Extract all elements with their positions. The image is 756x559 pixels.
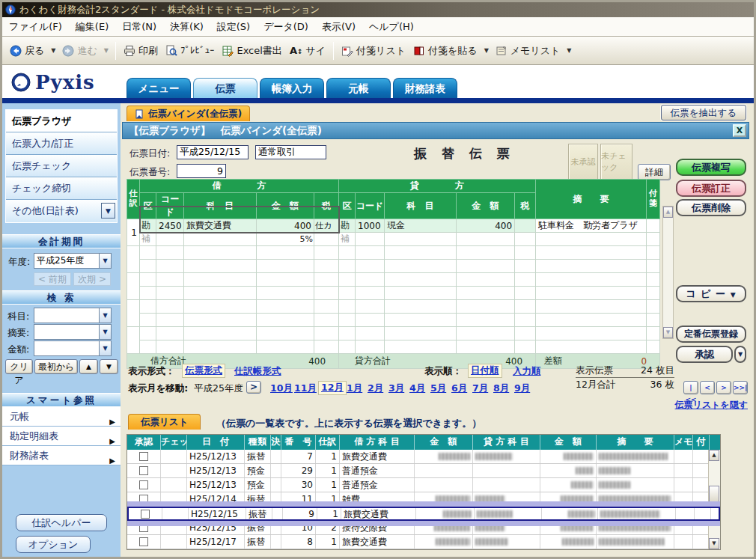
empty-entry-row[interactable] xyxy=(127,287,660,300)
search-summary-dropdown-icon[interactable]: ▼ xyxy=(99,325,111,339)
option-button[interactable]: オプション xyxy=(16,536,91,553)
search-amount-input[interactable]: ▼ xyxy=(34,340,112,356)
slip-list-row-selected[interactable]: H25/12/15 振替 9 1 旅費交通費 xyxy=(127,507,720,521)
next-period-button[interactable]: 次期 > xyxy=(73,272,111,286)
voucher-table-scrollbar[interactable]: ▲ ▼ xyxy=(662,206,674,339)
sidebar-item-denpyo-check[interactable]: 伝票チェック xyxy=(6,155,117,177)
search-subject-input[interactable]: ▼ xyxy=(34,308,112,323)
approve-checkbox[interactable] xyxy=(139,480,148,489)
format-slip-link[interactable]: 伝票形式 xyxy=(182,364,225,378)
excel-export-button[interactable]: Excel書出 xyxy=(218,41,285,61)
hide-list-link[interactable]: 伝票リストを隠す xyxy=(675,399,748,412)
tab-motocho[interactable]: 元帳 xyxy=(326,78,391,98)
entry-row-sub[interactable]: 補 5% 補 xyxy=(127,233,660,246)
empty-entry-row[interactable] xyxy=(127,327,660,340)
empty-entry-row[interactable] xyxy=(127,246,660,260)
next-page-button[interactable]: > xyxy=(716,381,731,394)
tab-menu[interactable]: メニュー xyxy=(126,78,191,98)
menu-settings[interactable]: 設定(S) xyxy=(210,17,257,37)
sidebar-item-other[interactable]: その他(日計表) ▼ xyxy=(6,200,117,222)
sidebar-item-denpyo-input[interactable]: 伝票入力/訂正 xyxy=(6,132,117,155)
month-link-9[interactable]: 9月 xyxy=(514,382,530,395)
tab-denpyo[interactable]: 伝票 xyxy=(193,78,257,98)
month-link-4[interactable]: 4月 xyxy=(409,382,425,395)
slip-list-row[interactable]: H25/12/14 振替 11 1 雑費 xyxy=(127,492,720,507)
regular-slip-button[interactable]: 定番伝票登録 xyxy=(676,326,746,343)
copy-slip-button[interactable]: 伝票複写 xyxy=(676,159,746,176)
slip-list-tab[interactable]: 伝票リスト xyxy=(128,414,201,430)
approve-checkbox[interactable] xyxy=(139,495,148,504)
search-up-button[interactable]: ▲ xyxy=(79,359,98,374)
menu-data[interactable]: データ(D) xyxy=(257,17,315,37)
prev-page-button[interactable]: < xyxy=(700,381,715,394)
fusen-paste-caret[interactable]: ▼ xyxy=(481,47,492,54)
forward-button[interactable]: 進む xyxy=(58,41,100,61)
menu-daily[interactable]: 日常(N) xyxy=(115,17,163,37)
fusen-paste-button[interactable]: 付箋を貼る xyxy=(409,41,481,61)
month-link-1[interactable]: 1月 xyxy=(347,382,362,395)
first-page-button[interactable]: |<< xyxy=(683,381,698,394)
preview-button[interactable]: ﾌﾟﾚﾋﾞｭｰ xyxy=(162,42,219,60)
approve-checkbox[interactable] xyxy=(139,466,148,475)
search-clear-button[interactable]: クリア xyxy=(5,359,33,374)
trade-type-input[interactable] xyxy=(255,145,326,159)
scroll-up-icon[interactable]: ▲ xyxy=(709,450,719,461)
smart-ref-kanjo-meisai[interactable]: 勘定明細表 ▶ xyxy=(2,427,121,446)
back-menu-caret[interactable]: ▼ xyxy=(48,47,58,54)
empty-entry-row[interactable] xyxy=(127,273,660,287)
month-link-3[interactable]: 3月 xyxy=(388,382,404,395)
slip-list-row[interactable]: H25/12/17 振替 8 1 旅費交通費 xyxy=(127,535,720,549)
slip-list-row[interactable]: H25/12/13 預金 30 1 普通預金 xyxy=(127,478,720,492)
journal-helper-button[interactable]: 仕訳ヘルパー xyxy=(16,514,107,531)
smart-ref-zaimu-shohyo[interactable]: 財務諸表 ▶ xyxy=(2,446,121,465)
empty-entry-row[interactable] xyxy=(127,314,660,327)
font-size-button[interactable]: A↕ サイ xyxy=(286,41,329,61)
menu-edit[interactable]: 編集(E) xyxy=(69,17,115,37)
entry-row-main[interactable]: 1 勘 2450 旅費交通費 400 仕カ 勘 1000 現金 400 駐車料金… xyxy=(127,219,660,233)
approve-dropdown-icon[interactable]: ▼ xyxy=(734,346,746,363)
format-journal-link[interactable]: 仕訳帳形式 xyxy=(234,365,281,378)
slip-number-input[interactable] xyxy=(177,164,226,178)
sidebar-item-denpyo-browser[interactable]: 伝票ブラウザ xyxy=(6,110,117,132)
slip-list-row[interactable]: H25/12/15 振替 10 2 接待交際費 xyxy=(127,521,720,535)
month-link-2[interactable]: 2月 xyxy=(368,382,383,395)
move-month-button[interactable]: > xyxy=(246,381,261,394)
back-button[interactable]: 戻る xyxy=(6,41,48,61)
fusen-list-button[interactable]: 付箋リスト xyxy=(338,41,409,61)
copy-button[interactable]: コ ピ ー ▼ xyxy=(676,285,746,302)
month-link-5[interactable]: 5月 xyxy=(430,382,446,395)
detail-button[interactable]: 詳細 xyxy=(638,164,671,180)
scroll-up-icon[interactable]: ▲ xyxy=(663,207,673,218)
binder-tab[interactable]: 伝票バインダ(全伝票) xyxy=(126,106,250,121)
scrollbar-thumb[interactable] xyxy=(709,486,719,502)
last-page-button[interactable]: >>| xyxy=(733,381,748,394)
slip-date-input[interactable] xyxy=(177,145,249,159)
prev-period-button[interactable]: < 前期 xyxy=(34,272,71,286)
search-amount-dropdown-icon[interactable]: ▼ xyxy=(99,341,111,355)
menu-settlement[interactable]: 決算(K) xyxy=(163,17,210,37)
month-link-12-active[interactable]: 12月 xyxy=(318,381,347,395)
approve-checkbox[interactable] xyxy=(141,510,150,519)
empty-entry-row[interactable] xyxy=(127,300,660,314)
menu-help[interactable]: ヘルプ(H) xyxy=(362,17,421,37)
approve-checkbox[interactable] xyxy=(139,523,148,532)
month-link-10[interactable]: 10月 xyxy=(270,382,293,395)
extract-slips-button[interactable]: 伝票を抽出する xyxy=(661,105,746,120)
search-summary-input[interactable]: ▼ xyxy=(34,324,112,340)
search-subject-dropdown-icon[interactable]: ▼ xyxy=(99,308,111,323)
print-button[interactable]: 印刷 xyxy=(120,41,162,61)
empty-entry-row[interactable] xyxy=(127,340,660,354)
month-link-11[interactable]: 11月 xyxy=(294,382,317,395)
slip-list-row[interactable]: H25/12/13 振替 7 1 旅費交通費 xyxy=(127,450,720,464)
order-date-link[interactable]: 日付順 xyxy=(468,364,502,378)
approve-button[interactable]: 承認 xyxy=(676,346,733,363)
year-dropdown-icon[interactable]: ▼ xyxy=(99,254,111,268)
approve-checkbox[interactable] xyxy=(139,537,148,546)
menu-view[interactable]: 表示(V) xyxy=(315,17,362,37)
smart-ref-motocho[interactable]: 元帳 ▶ xyxy=(2,407,121,427)
close-icon[interactable]: X xyxy=(733,124,746,137)
delete-slip-button[interactable]: 伝票削除 xyxy=(676,199,746,216)
memo-list-button[interactable]: メモリスト xyxy=(492,41,564,61)
slip-list-scrollbar[interactable]: ▲ ▼ xyxy=(708,450,720,549)
month-link-6[interactable]: 6月 xyxy=(451,382,467,395)
